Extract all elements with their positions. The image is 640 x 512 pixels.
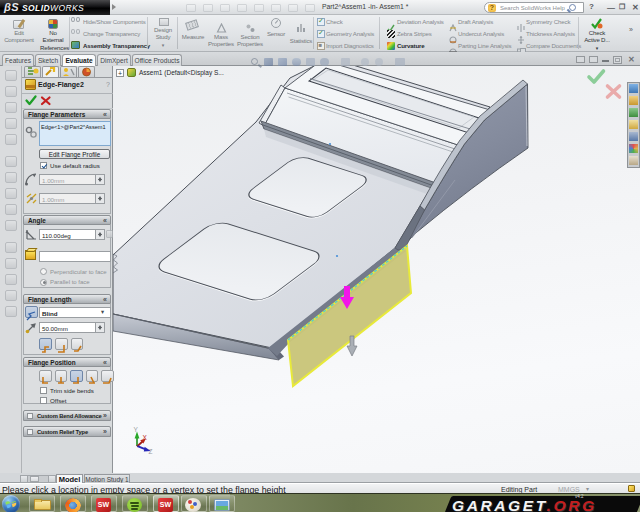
svg-text:Z: Z — [149, 448, 153, 455]
svg-text:Y: Y — [134, 426, 139, 433]
svg-text:X: X — [143, 434, 148, 441]
